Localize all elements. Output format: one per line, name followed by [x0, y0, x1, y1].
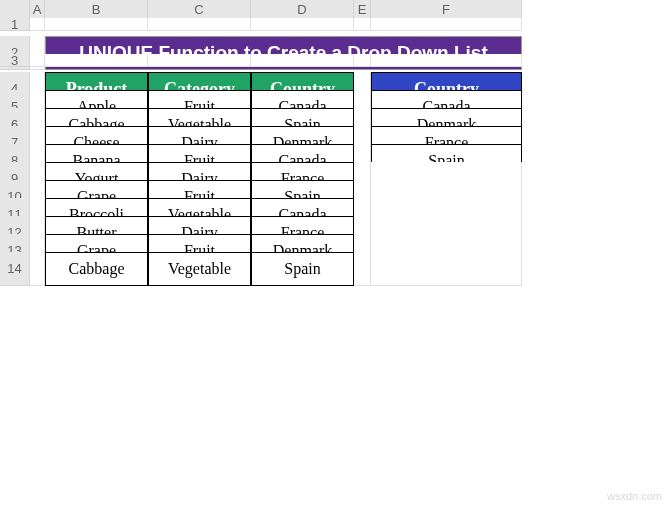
col-header-B[interactable]: B [45, 0, 148, 20]
col-header-D[interactable]: D [251, 0, 354, 20]
cell-C14[interactable]: Vegetable [148, 252, 251, 286]
cell-B1[interactable] [45, 18, 148, 31]
cell-C3[interactable] [148, 54, 251, 67]
cell-E3[interactable] [354, 54, 371, 67]
watermark-text: wsxdn.com [607, 490, 662, 502]
row-header-14[interactable]: 14 [0, 252, 30, 286]
cell-F3[interactable] [371, 54, 522, 67]
cell-B14[interactable]: Cabbage [45, 252, 148, 286]
cell-F14[interactable] [371, 252, 522, 286]
row-header-3[interactable]: 3 [0, 54, 30, 67]
col-header-E[interactable]: E [354, 0, 371, 20]
spreadsheet-grid: A B C D E F 1 2 UNIQUE Function to Creat… [0, 0, 670, 270]
cell-C1[interactable] [148, 18, 251, 31]
cell-A1[interactable] [30, 18, 45, 31]
cell-E1[interactable] [354, 18, 371, 31]
cell-F1[interactable] [371, 18, 522, 31]
cell-D1[interactable] [251, 18, 354, 31]
row-header-1[interactable]: 1 [0, 18, 30, 31]
cell-A3[interactable] [30, 54, 45, 67]
cell-B3[interactable] [45, 54, 148, 67]
cell-D14[interactable]: Spain [251, 252, 354, 286]
col-header-C[interactable]: C [148, 0, 251, 20]
cell-A14[interactable] [30, 252, 45, 286]
col-header-F[interactable]: F [371, 0, 522, 20]
cell-E14[interactable] [354, 252, 371, 286]
cell-D3[interactable] [251, 54, 354, 67]
col-header-A[interactable]: A [30, 0, 45, 20]
